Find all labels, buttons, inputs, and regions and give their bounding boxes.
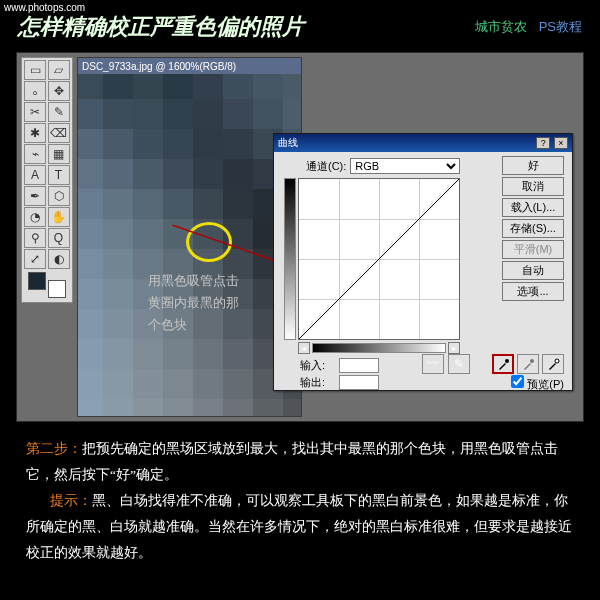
expand-right-icon[interactable]: ▸	[448, 342, 460, 354]
pixel[interactable]	[253, 399, 283, 416]
pixel[interactable]	[103, 219, 133, 249]
help-icon[interactable]: ?	[536, 137, 550, 149]
pixel[interactable]	[78, 279, 103, 309]
pixel[interactable]	[103, 74, 133, 99]
pixel[interactable]	[283, 399, 301, 416]
tool-19[interactable]: ◐	[48, 249, 70, 269]
pixel[interactable]	[223, 159, 253, 189]
load-button[interactable]: 载入(L)...	[502, 198, 564, 217]
pixel[interactable]	[133, 189, 163, 219]
auto-button[interactable]: 自动	[502, 261, 564, 280]
pixel[interactable]	[78, 99, 103, 129]
pixel[interactable]	[223, 399, 253, 416]
tool-18[interactable]: ⤢	[24, 249, 46, 269]
author-link[interactable]: 城市贫农	[475, 19, 527, 34]
pixel[interactable]	[133, 159, 163, 189]
pixel[interactable]	[223, 99, 253, 129]
tool-4[interactable]: ✂	[24, 102, 46, 122]
pixel[interactable]	[103, 159, 133, 189]
tool-17[interactable]: Q	[48, 228, 70, 248]
curve-graph[interactable]	[298, 178, 460, 340]
tool-0[interactable]: ▭	[24, 60, 46, 80]
pixel[interactable]	[133, 339, 163, 369]
tutorial-link[interactable]: PS教程	[539, 19, 582, 34]
pixel[interactable]	[253, 99, 283, 129]
pixel[interactable]	[103, 339, 133, 369]
pixel[interactable]	[78, 219, 103, 249]
preview-checkbox[interactable]	[511, 375, 524, 388]
pixel[interactable]	[133, 219, 163, 249]
close-icon[interactable]: ×	[554, 137, 568, 149]
pixel[interactable]	[223, 129, 253, 159]
pixel[interactable]	[78, 74, 103, 99]
tool-16[interactable]: ⚲	[24, 228, 46, 248]
pixel[interactable]	[163, 399, 193, 416]
input-field[interactable]	[339, 358, 379, 373]
pixel[interactable]	[103, 99, 133, 129]
pixel[interactable]	[133, 74, 163, 99]
pixel[interactable]	[193, 399, 223, 416]
canvas-body[interactable]: 用黑色吸管点击 黄圈内最黑的那 个色块	[78, 74, 301, 416]
output-field[interactable]	[339, 375, 379, 390]
tool-6[interactable]: ✱	[24, 123, 46, 143]
tool-14[interactable]: ◔	[24, 207, 46, 227]
black-eyedropper-icon[interactable]	[492, 354, 514, 374]
tool-2[interactable]: ჿ	[24, 81, 46, 101]
tool-15[interactable]: ✋	[48, 207, 70, 227]
pixel[interactable]	[193, 339, 223, 369]
pixel[interactable]	[193, 99, 223, 129]
pixel[interactable]	[103, 309, 133, 339]
tool-1[interactable]: ▱	[48, 60, 70, 80]
tool-11[interactable]: T	[48, 165, 70, 185]
bg-swatch[interactable]	[48, 280, 66, 298]
pixel[interactable]	[223, 339, 253, 369]
pixel[interactable]	[78, 339, 103, 369]
save-button[interactable]: 存储(S)...	[502, 219, 564, 238]
pixel[interactable]	[163, 339, 193, 369]
pixel[interactable]	[193, 189, 223, 219]
pixel[interactable]	[78, 189, 103, 219]
channel-select[interactable]: RGB	[350, 158, 460, 174]
options-button[interactable]: 选项...	[502, 282, 564, 301]
pixel[interactable]	[283, 74, 301, 99]
pixel[interactable]	[103, 279, 133, 309]
cancel-button[interactable]: 取消	[502, 177, 564, 196]
tool-13[interactable]: ⬡	[48, 186, 70, 206]
expand-left-icon[interactable]: ◂	[298, 342, 310, 354]
pixel[interactable]	[163, 159, 193, 189]
pixel[interactable]	[103, 399, 133, 416]
pixel[interactable]	[78, 399, 103, 416]
pixel[interactable]	[163, 99, 193, 129]
pixel[interactable]	[193, 159, 223, 189]
white-eyedropper-icon[interactable]	[542, 354, 564, 374]
pixel[interactable]	[193, 74, 223, 99]
pixel[interactable]	[223, 74, 253, 99]
ok-button[interactable]: 好	[502, 156, 564, 175]
pencil-mode-icon[interactable]: ✎	[448, 354, 470, 374]
pixel[interactable]	[253, 74, 283, 99]
tool-7[interactable]: ⌫	[48, 123, 70, 143]
pixel[interactable]	[133, 99, 163, 129]
pixel[interactable]	[103, 189, 133, 219]
pixel[interactable]	[223, 369, 253, 399]
curve-mode-icon[interactable]: 〰	[422, 354, 444, 374]
tool-12[interactable]: ✒	[24, 186, 46, 206]
color-swatches[interactable]	[24, 270, 70, 300]
pixel[interactable]	[103, 129, 133, 159]
tool-5[interactable]: ✎	[48, 102, 70, 122]
pixel[interactable]	[163, 189, 193, 219]
pixel[interactable]	[103, 369, 133, 399]
fg-swatch[interactable]	[28, 272, 46, 290]
pixel[interactable]	[78, 369, 103, 399]
pixel[interactable]	[193, 369, 223, 399]
pixel[interactable]	[133, 399, 163, 416]
tool-3[interactable]: ✥	[48, 81, 70, 101]
pixel[interactable]	[78, 159, 103, 189]
dialog-titlebar[interactable]: 曲线 ? ×	[274, 134, 572, 152]
pixel[interactable]	[163, 369, 193, 399]
gray-eyedropper-icon[interactable]	[517, 354, 539, 374]
tool-10[interactable]: A	[24, 165, 46, 185]
pixel[interactable]	[223, 189, 253, 219]
pixel[interactable]	[103, 249, 133, 279]
pixel[interactable]	[78, 129, 103, 159]
